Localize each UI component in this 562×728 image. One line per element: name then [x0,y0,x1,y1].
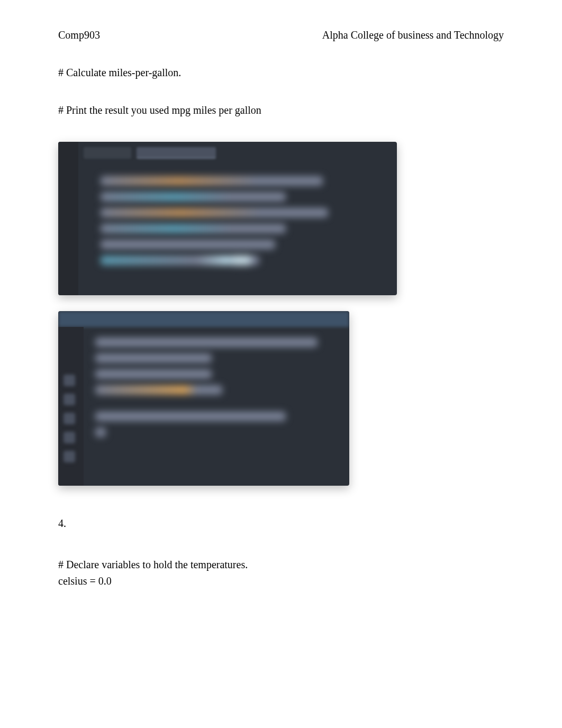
blurred-code-line [101,240,275,249]
page-header: Comp903 Alpha College of business and Te… [58,29,504,41]
institution-name: Alpha College of business and Technology [322,29,504,41]
comment-calc-mpg: # Calculate miles-per-gallon. [58,67,504,79]
blurred-code-line [101,224,286,233]
blurred-code-line [101,192,286,202]
blurred-code-line [101,208,328,217]
code-editor-screenshot-1 [58,142,397,295]
blurred-output-line [95,353,212,363]
course-code: Comp903 [58,29,100,41]
blurred-code-line [101,176,323,186]
sidebar-icon [64,413,75,424]
comment-print-result: # Print the result you used mpg miles pe… [58,104,504,116]
editor-tab [84,147,131,159]
comment-declare-vars: # Declare variables to hold the temperat… [58,556,504,573]
document-page: Comp903 Alpha College of business and Te… [0,0,562,608]
blurred-output-area [95,338,339,443]
blurred-output-line [95,427,106,437]
blurred-output-line [95,412,286,421]
blurred-output-line [95,338,318,347]
editor-tab-active [137,147,216,159]
question-number: 4. [58,517,504,530]
terminal-screenshot-2 [58,311,349,486]
sidebar-icon [64,432,75,443]
code-celsius-line: celsius = 0.0 [58,575,504,587]
editor-gutter [58,142,78,295]
sidebar-icon [64,394,75,405]
blurred-code-line [101,256,259,265]
sidebar-icon [64,451,75,462]
highlight-token [233,256,251,265]
blurred-code-area [101,176,386,271]
sidebar-icons [64,375,75,462]
sidebar-icon [64,375,75,386]
terminal-topbar [58,311,349,327]
editor-tabbar [78,147,397,162]
blurred-output-line [95,385,222,395]
blurred-output-line [95,369,212,379]
